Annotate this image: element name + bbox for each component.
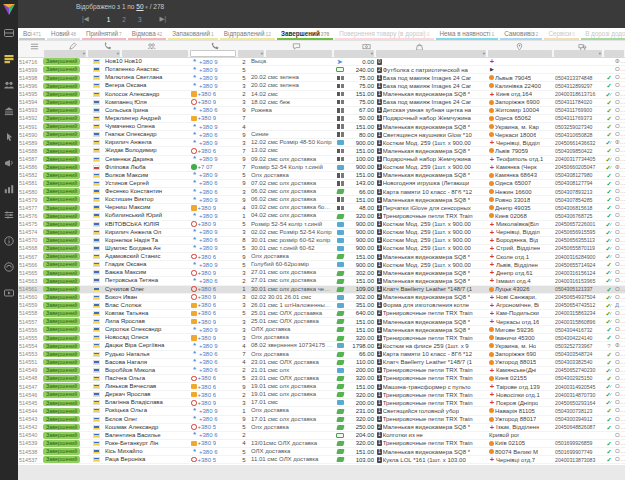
tracking-number[interactable] <box>554 58 604 65</box>
tracking-number[interactable]: 20400315863234 <box>554 310 604 317</box>
tab-packed[interactable]: Запакований1 <box>168 28 218 40</box>
sidebar-item-clients[interactable] <box>0 72 18 98</box>
tracking-number[interactable]: 0504312899297 <box>554 82 604 89</box>
phone-link[interactable]: +380 6 <box>198 375 217 381</box>
sidebar-item-stats[interactable] <box>0 176 18 202</box>
phone-link[interactable]: +380 9 <box>199 140 218 146</box>
table-row[interactable]: 514596 Завершений Вегера Оксана *+380 9 … <box>18 82 625 90</box>
phone-link[interactable]: +380 9 <box>199 156 218 162</box>
tracking-number[interactable]: 20450656915595 <box>554 229 604 236</box>
tracking-number[interactable]: 0504308127794 <box>554 180 604 187</box>
phone-link[interactable]: +380 6 <box>199 351 218 357</box>
table-row[interactable]: 514547 Завершений Линьков Вячеслав +380 … <box>18 383 625 391</box>
table-row[interactable]: 514570 Завершений Корнелюк Надія Та *+38… <box>18 237 625 245</box>
phone-link[interactable]: +380 9 <box>199 408 218 414</box>
tab-shipped[interactable]: Відправлений12 <box>220 28 275 40</box>
phone-link[interactable]: +380 6 <box>198 384 217 390</box>
table-row[interactable]: 514540 Завершений Валентина Василье *+38… <box>18 432 625 440</box>
table-row[interactable]: 514566 Завершений Гладик Оксана *+380 9 … <box>18 261 625 269</box>
tracking-number[interactable]: 20450654937504 <box>554 294 604 301</box>
phone-link[interactable]: +380 9 <box>199 67 218 73</box>
sidebar-item-video[interactable] <box>0 280 18 306</box>
phone-link[interactable]: +380 5 <box>198 457 217 463</box>
phone-link[interactable]: +380 6 <box>199 432 218 438</box>
filter-status[interactable]: ▾ <box>44 50 86 57</box>
phone-link[interactable]: +380 6 <box>198 302 217 308</box>
filter-flag[interactable]: ▾ <box>88 50 120 57</box>
table-row[interactable]: 514568 Завершений Шумляс Богдана Ан *+38… <box>18 245 625 253</box>
table-row[interactable]: 514579 Завершений Костишин Виктор *+380 … <box>18 196 625 204</box>
phone-link[interactable]: +380 9 <box>198 99 217 105</box>
table-row[interactable]: 514591 Завершений Чумаченко Олена *+380 … <box>18 123 625 131</box>
tracking-number[interactable] <box>554 66 604 73</box>
table-row[interactable]: 514558 Завершений Ковпак Татьяна +380 6 … <box>18 310 625 318</box>
table-row[interactable]: 514586 Завершений Філіпова Люба +7 07 7 … <box>18 164 625 172</box>
table-row[interactable]: 514545 Завершений Благінна Владіслава +3… <box>18 399 625 407</box>
table-row[interactable]: 514592 Завершений Мерклингер Андрей +380… <box>18 115 625 123</box>
page-2-button[interactable]: 2 <box>122 16 126 23</box>
tracking-number[interactable]: 20400316153965 <box>554 277 604 284</box>
tracking-number[interactable]: 0501699907749 <box>554 448 604 455</box>
tracking-number[interactable]: 0504304416732 <box>554 326 604 333</box>
tracking-number[interactable]: 20450655870119 <box>554 245 604 252</box>
tracking-number[interactable]: 0504311784020 <box>554 99 604 106</box>
filter-products[interactable]: ▾ <box>376 50 486 57</box>
phone-link[interactable]: +380 9 <box>199 262 218 268</box>
tracking-number[interactable]: 0504310650828 <box>554 131 604 138</box>
tracking-number[interactable]: 20450661436632 <box>554 139 604 146</box>
tracking-number[interactable]: 20400314920545 <box>554 383 604 390</box>
table-row[interactable]: 514567 Завершений Адамовский Станис +380… <box>18 253 625 261</box>
phone-link[interactable]: +380 9 <box>199 245 218 251</box>
table-row[interactable]: 514539 Завершений Роке-Бетанкурт Лін +38… <box>18 440 625 448</box>
tracking-number[interactable]: 0504303382540 <box>554 359 604 366</box>
table-row[interactable]: 514542 Завершений Кошмак Александр +380 … <box>18 424 625 432</box>
phone-link[interactable]: +380 9 <box>198 319 217 325</box>
phone-link[interactable]: +380 9 <box>199 172 218 178</box>
table-row[interactable]: 514594 Завершений Компанец Юля +380 9 3 … <box>18 99 625 107</box>
phone-link[interactable]: +380 6 <box>198 392 217 398</box>
table-row[interactable]: 514588 Завершений Жидак Володимир +380 6… <box>18 147 625 155</box>
table-row[interactable]: 514548 Завершений Пасічна Ольга +380 6 5… <box>18 375 625 383</box>
tracking-number[interactable]: 0504304224140 <box>554 334 604 341</box>
filter-phone[interactable] <box>190 50 236 57</box>
phone-link[interactable]: +380 9 <box>199 229 218 235</box>
tracking-number[interactable]: 0504300738123 <box>554 407 604 414</box>
tracking-number[interactable]: 20450650293164 <box>554 399 604 406</box>
phone-link[interactable]: +380 6 <box>198 310 217 316</box>
sidebar-item-megaphone[interactable] <box>0 150 18 176</box>
filter-ttn[interactable]: ▾ <box>554 50 602 57</box>
tracking-number[interactable]: 0501699926859 <box>554 440 604 447</box>
table-row[interactable]: 514546 Завершений Деркач Ярослав +380 6 … <box>18 391 625 399</box>
phone-link[interactable]: +380 6 <box>199 107 218 113</box>
sidebar-item-dashboard[interactable] <box>0 20 18 46</box>
phone-link[interactable]: +7 07 <box>198 164 213 170</box>
tracking-number[interactable]: 0504311769900 <box>554 107 604 114</box>
tracking-number[interactable]: 20400315860896 <box>554 318 604 325</box>
tracking-number[interactable]: 0504309850422 <box>554 147 604 154</box>
tab-pickup[interactable]: Самовивіз2 <box>500 28 542 40</box>
table-row[interactable]: 514559 Завершений Влас Слотюк +380 6 3 2… <box>18 302 625 310</box>
table-row[interactable]: 514576 Завершений Кобилинський Юрий *+38… <box>18 212 625 220</box>
table-row[interactable]: 514565 Завершений Баюка Максим +380 9 3 … <box>18 269 625 277</box>
phone-link[interactable]: +380 6 <box>198 254 217 260</box>
tab-completed[interactable]: Завершений278 <box>277 28 333 40</box>
table-row[interactable]: 514556 Завершений Сиротюк Олександр *+38… <box>18 326 625 334</box>
phone-link[interactable]: +380 6 <box>198 286 217 292</box>
table-row[interactable]: 514580 Завершений Фесенко Константин *+3… <box>18 188 625 196</box>
phone-link[interactable]: +380 9 <box>198 440 217 446</box>
tracking-number[interactable]: 20400318613716 <box>554 91 604 98</box>
phone-link[interactable]: +380 9 <box>199 75 218 81</box>
table-row[interactable]: 514537 Завершений Раца Вероніка +380 5 5… <box>18 456 625 464</box>
phone-link[interactable]: +380 9 <box>198 205 217 211</box>
table-row[interactable]: 514553 Завершений Рудько Наталья *+380 6… <box>18 351 625 359</box>
sidebar-item-pointer[interactable] <box>0 124 18 150</box>
app-logo-icon[interactable] <box>2 2 16 16</box>
page-3-button[interactable]: 3 <box>138 16 142 23</box>
tracking-number[interactable]: 0504307893213 <box>554 188 604 195</box>
tab-return-in-transit[interactable]: Повернення товару (в дорозі)0 <box>335 28 433 40</box>
phone-link[interactable]: +380 6 <box>198 91 217 97</box>
phone-link[interactable]: +380 6 <box>199 237 218 243</box>
tracking-number[interactable]: 20450656355113 <box>554 237 604 244</box>
table-row[interactable]: 514554 Завершений Дацюк Віра Сергіївна *… <box>18 342 625 350</box>
table-row[interactable]: 514590 Завершений Гнатюк Олександр *+380… <box>18 131 625 139</box>
